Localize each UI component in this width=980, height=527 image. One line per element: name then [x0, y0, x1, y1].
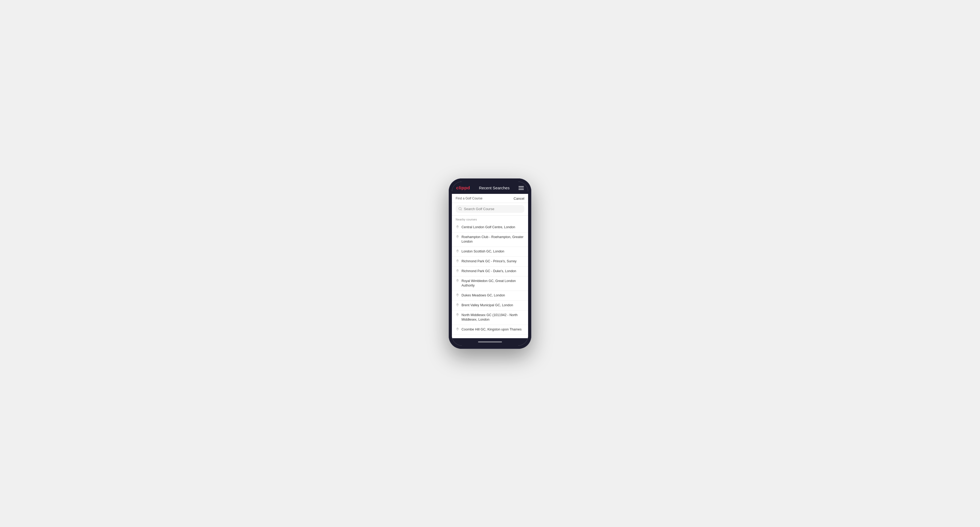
phone-frame: clippd Recent Searches Find a Golf Cours… [449, 178, 531, 349]
course-name: Brent Valley Municipal GC, London [461, 303, 513, 308]
pin-icon [456, 303, 459, 308]
svg-point-4 [457, 250, 458, 251]
pin-icon [456, 225, 459, 230]
header-title: Recent Searches [479, 186, 509, 190]
course-name: Richmond Park GC - Prince's, Surrey [461, 259, 517, 264]
course-name: Central London Golf Centre, London [461, 225, 515, 230]
course-name: Coombe Hill GC, Kingston upon Thames [461, 327, 522, 332]
home-bar [478, 341, 502, 343]
course-list-item[interactable]: Royal Wimbledon GC, Great London Authori… [452, 276, 528, 291]
course-list-item[interactable]: Central London Golf Centre, London [452, 222, 528, 232]
pin-icon [456, 313, 459, 318]
pin-icon [456, 249, 459, 254]
pin-icon [456, 279, 459, 284]
svg-point-10 [457, 314, 458, 315]
course-list-item[interactable]: Coombe Hill GC, Kingston upon Thames [452, 325, 528, 335]
course-list-item[interactable]: Richmond Park GC - Prince's, Surrey [452, 257, 528, 267]
search-input-wrapper [456, 205, 524, 213]
hamburger-menu-icon[interactable] [519, 186, 524, 190]
course-list-item[interactable]: London Scottish GC, London [452, 247, 528, 257]
cancel-button[interactable]: Cancel [514, 197, 524, 200]
search-icon [458, 207, 462, 211]
app-header: clippd Recent Searches [452, 182, 528, 194]
pin-icon [456, 327, 459, 332]
find-bar: Find a Golf Course Cancel [452, 194, 528, 203]
find-label: Find a Golf Course [456, 197, 482, 200]
course-name: London Scottish GC, London [461, 249, 504, 254]
course-list-item[interactable]: Brent Valley Municipal GC, London [452, 301, 528, 311]
phone-screen: clippd Recent Searches Find a Golf Cours… [452, 182, 528, 346]
course-list-item[interactable]: North Middlesex GC (1011942 - North Midd… [452, 311, 528, 325]
svg-point-8 [457, 294, 458, 295]
nearby-section: Nearby courses Central London Golf Centr… [452, 216, 528, 338]
course-list-item[interactable]: Dukes Meadows GC, London [452, 291, 528, 301]
pin-icon [456, 294, 459, 298]
pin-icon [456, 235, 459, 240]
course-name: North Middlesex GC (1011942 - North Midd… [461, 313, 524, 322]
pin-icon [456, 259, 459, 264]
app-logo: clippd [456, 185, 470, 190]
svg-point-6 [457, 270, 458, 271]
course-list-item[interactable]: Richmond Park GC - Duke's, London [452, 267, 528, 276]
home-indicator [452, 338, 528, 346]
course-list-item[interactable]: Roehampton Club - Roehampton, Greater Lo… [452, 232, 528, 247]
search-container [452, 203, 528, 216]
svg-point-3 [457, 236, 458, 237]
pin-icon [456, 269, 459, 274]
course-name: Dukes Meadows GC, London [461, 293, 505, 298]
svg-point-2 [457, 226, 458, 227]
svg-point-5 [457, 260, 458, 261]
course-name: Roehampton Club - Roehampton, Greater Lo… [461, 235, 524, 244]
course-name: Royal Wimbledon GC, Great London Authori… [461, 279, 524, 288]
svg-point-11 [457, 329, 458, 329]
svg-point-7 [457, 280, 458, 281]
course-name: Richmond Park GC - Duke's, London [461, 269, 516, 274]
svg-line-1 [461, 210, 462, 210]
svg-point-9 [457, 304, 458, 305]
course-list: Central London Golf Centre, London Roeha… [452, 222, 528, 335]
nearby-section-label: Nearby courses [452, 216, 528, 222]
search-input[interactable] [464, 207, 522, 211]
content-area: Find a Golf Course Cancel Nearby courses [452, 194, 528, 338]
